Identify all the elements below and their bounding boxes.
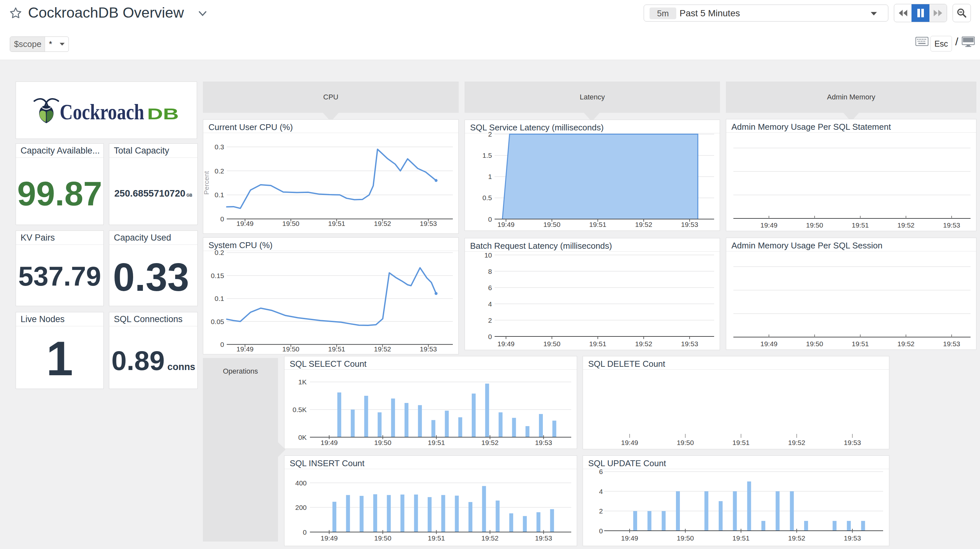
svg-text:19:53: 19:53: [844, 534, 861, 542]
svg-text:0.1: 0.1: [215, 191, 224, 198]
svg-text:0: 0: [220, 341, 224, 348]
svg-text:0.05: 0.05: [211, 318, 224, 325]
svg-text:10: 10: [484, 251, 492, 259]
svg-text:2: 2: [488, 317, 492, 324]
svg-text:19:53: 19:53: [420, 220, 437, 227]
svg-text:19:49: 19:49: [321, 439, 338, 446]
svg-text:19:52: 19:52: [897, 340, 915, 347]
svg-text:19:53: 19:53: [681, 340, 698, 347]
svg-text:19:49: 19:49: [498, 340, 515, 347]
svg-text:19:49: 19:49: [237, 220, 254, 227]
svg-text:4: 4: [488, 300, 492, 308]
svg-text:0.1: 0.1: [215, 295, 224, 302]
svg-text:0: 0: [599, 527, 603, 535]
svg-text:0.2: 0.2: [215, 249, 224, 256]
svg-text:6: 6: [488, 284, 492, 292]
svg-text:19:51: 19:51: [732, 534, 750, 542]
svg-text:0: 0: [488, 333, 492, 340]
svg-text:0.5K: 0.5K: [293, 406, 307, 413]
svg-text:19:52: 19:52: [897, 221, 915, 229]
svg-text:4: 4: [599, 488, 603, 495]
svg-text:1K: 1K: [298, 378, 307, 386]
svg-text:19:50: 19:50: [543, 340, 560, 347]
svg-text:19:52: 19:52: [482, 534, 499, 542]
svg-text:19:50: 19:50: [374, 534, 391, 542]
svg-text:0.3: 0.3: [215, 143, 224, 151]
svg-text:19:50: 19:50: [282, 345, 299, 353]
svg-text:19:49: 19:49: [237, 345, 254, 353]
svg-text:19:53: 19:53: [535, 439, 552, 446]
svg-text:0K: 0K: [298, 433, 307, 441]
svg-text:0: 0: [303, 528, 307, 536]
svg-text:0.5: 0.5: [482, 194, 492, 202]
svg-text:0: 0: [488, 216, 492, 223]
svg-text:19:50: 19:50: [374, 439, 391, 446]
svg-text:19:50: 19:50: [282, 220, 299, 227]
svg-text:0.15: 0.15: [211, 272, 224, 279]
svg-text:19:51: 19:51: [428, 534, 445, 542]
svg-text:19:53: 19:53: [943, 340, 961, 347]
svg-text:2: 2: [599, 507, 603, 515]
svg-text:19:50: 19:50: [806, 340, 823, 347]
svg-text:DB: DB: [147, 105, 179, 122]
svg-text:19:51: 19:51: [732, 439, 750, 446]
svg-text:19:50: 19:50: [806, 221, 823, 229]
svg-text:19:52: 19:52: [788, 439, 805, 446]
svg-text:19:53: 19:53: [535, 534, 552, 542]
svg-text:19:49: 19:49: [621, 534, 638, 542]
svg-text:Percent: Percent: [203, 171, 210, 195]
svg-text:400: 400: [295, 479, 307, 487]
svg-text:19:50: 19:50: [543, 221, 560, 228]
svg-text:0.2: 0.2: [215, 167, 224, 175]
svg-text:19:51: 19:51: [852, 340, 869, 347]
svg-text:19:53: 19:53: [844, 439, 861, 446]
svg-text:8: 8: [488, 268, 492, 275]
svg-text:19:51: 19:51: [589, 221, 606, 228]
svg-text:19:51: 19:51: [852, 221, 869, 229]
svg-text:19:52: 19:52: [635, 221, 652, 228]
svg-text:6: 6: [599, 468, 603, 475]
svg-text:0: 0: [220, 215, 224, 223]
svg-text:19:51: 19:51: [589, 340, 606, 347]
svg-text:1: 1: [488, 173, 492, 180]
svg-text:Cockroach: Cockroach: [60, 100, 144, 124]
svg-text:19:51: 19:51: [328, 345, 345, 353]
svg-text:19:52: 19:52: [788, 534, 805, 542]
svg-text:19:49: 19:49: [760, 340, 778, 347]
svg-text:19:52: 19:52: [374, 345, 391, 353]
svg-text:19:49: 19:49: [321, 534, 338, 542]
svg-text:19:49: 19:49: [621, 439, 638, 446]
svg-text:19:52: 19:52: [374, 220, 391, 227]
svg-text:200: 200: [295, 504, 307, 511]
svg-text:19:53: 19:53: [943, 221, 961, 229]
svg-text:2: 2: [488, 130, 492, 138]
svg-text:19:49: 19:49: [498, 221, 515, 228]
svg-text:1.5: 1.5: [482, 152, 492, 159]
svg-text:19:53: 19:53: [681, 221, 698, 228]
svg-text:19:52: 19:52: [635, 340, 652, 347]
svg-text:19:49: 19:49: [760, 221, 778, 229]
svg-text:19:51: 19:51: [428, 439, 445, 446]
svg-text:19:50: 19:50: [677, 439, 694, 446]
svg-text:19:50: 19:50: [677, 534, 694, 542]
svg-text:19:51: 19:51: [328, 220, 345, 227]
svg-text:19:52: 19:52: [482, 439, 499, 446]
svg-text:19:53: 19:53: [420, 345, 437, 353]
